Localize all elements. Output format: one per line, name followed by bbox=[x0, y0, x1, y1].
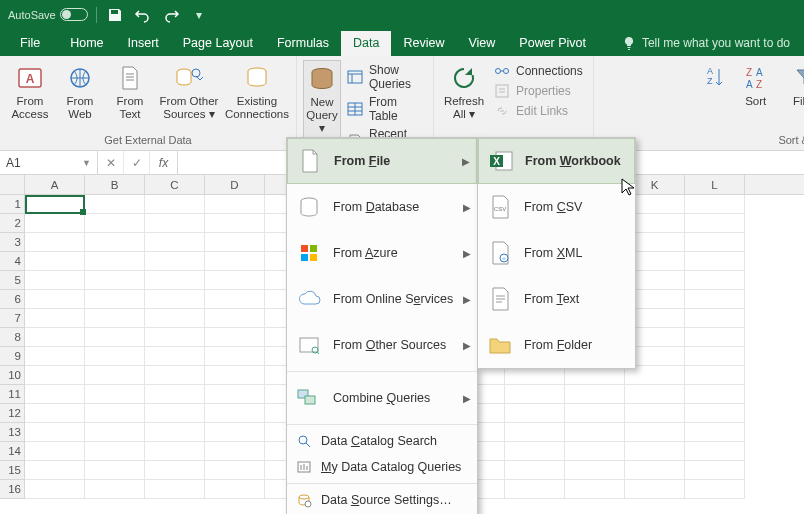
cell[interactable] bbox=[205, 271, 265, 290]
cell[interactable] bbox=[85, 195, 145, 214]
menu-from-csv[interactable]: CSVFrom CSV bbox=[478, 184, 635, 230]
col-header[interactable]: L bbox=[685, 175, 745, 194]
tab-formulas[interactable]: Formulas bbox=[265, 31, 341, 56]
cell[interactable] bbox=[85, 423, 145, 442]
cell[interactable] bbox=[25, 271, 85, 290]
cell[interactable] bbox=[145, 214, 205, 233]
tab-insert[interactable]: Insert bbox=[116, 31, 171, 56]
cell[interactable] bbox=[205, 423, 265, 442]
cell[interactable] bbox=[565, 385, 625, 404]
cell[interactable] bbox=[205, 214, 265, 233]
cell[interactable] bbox=[145, 233, 205, 252]
filter-button[interactable]: Filter bbox=[782, 60, 804, 134]
cell[interactable] bbox=[25, 347, 85, 366]
cell[interactable] bbox=[85, 328, 145, 347]
cell[interactable] bbox=[145, 195, 205, 214]
cell[interactable] bbox=[145, 290, 205, 309]
cell[interactable] bbox=[205, 309, 265, 328]
select-all-triangle[interactable] bbox=[0, 175, 25, 194]
cell[interactable] bbox=[685, 442, 745, 461]
cell[interactable] bbox=[205, 461, 265, 480]
cell[interactable] bbox=[85, 252, 145, 271]
cell[interactable] bbox=[145, 328, 205, 347]
redo-icon[interactable] bbox=[161, 5, 181, 25]
sort-button[interactable]: ZAAZSort bbox=[732, 60, 780, 134]
menu-from-online[interactable]: From Online Services▶ bbox=[287, 276, 477, 322]
cell[interactable] bbox=[625, 423, 685, 442]
cell[interactable] bbox=[85, 233, 145, 252]
cell[interactable] bbox=[565, 442, 625, 461]
cell[interactable] bbox=[205, 252, 265, 271]
tell-me-search[interactable]: Tell me what you want to do bbox=[610, 31, 798, 56]
menu-from-folder[interactable]: From Folder bbox=[478, 322, 635, 368]
cell[interactable] bbox=[145, 366, 205, 385]
cell[interactable] bbox=[85, 480, 145, 499]
cell[interactable] bbox=[685, 214, 745, 233]
row-header[interactable]: 4 bbox=[0, 252, 25, 271]
cell[interactable] bbox=[565, 480, 625, 499]
from-table-button[interactable]: From Table bbox=[343, 94, 427, 124]
cell[interactable] bbox=[205, 233, 265, 252]
row-header[interactable]: 1 bbox=[0, 195, 25, 214]
undo-icon[interactable] bbox=[133, 5, 153, 25]
cell[interactable] bbox=[145, 423, 205, 442]
cell[interactable] bbox=[85, 385, 145, 404]
cell[interactable] bbox=[145, 461, 205, 480]
row-header[interactable]: 6 bbox=[0, 290, 25, 309]
cell[interactable] bbox=[625, 461, 685, 480]
cell[interactable] bbox=[505, 442, 565, 461]
cell[interactable] bbox=[25, 366, 85, 385]
from-text-button[interactable]: From Text bbox=[106, 60, 154, 134]
menu-from-xml[interactable]: ‹›From XML bbox=[478, 230, 635, 276]
cell[interactable] bbox=[25, 385, 85, 404]
row-header[interactable]: 14 bbox=[0, 442, 25, 461]
menu-from-azure[interactable]: From Azure▶ bbox=[287, 230, 477, 276]
menu-from-workbook[interactable]: XFrom Workbook bbox=[478, 138, 635, 184]
from-web-button[interactable]: From Web bbox=[56, 60, 104, 134]
cell[interactable] bbox=[25, 461, 85, 480]
row-header[interactable]: 3 bbox=[0, 233, 25, 252]
menu-combine-queries[interactable]: Combine Queries▶ bbox=[287, 375, 477, 421]
cell[interactable] bbox=[85, 366, 145, 385]
tab-home[interactable]: Home bbox=[58, 31, 115, 56]
cell[interactable] bbox=[85, 290, 145, 309]
cell[interactable] bbox=[685, 290, 745, 309]
cell[interactable] bbox=[25, 442, 85, 461]
tab-powerpivot[interactable]: Power Pivot bbox=[507, 31, 598, 56]
cell[interactable] bbox=[85, 214, 145, 233]
cell[interactable] bbox=[205, 195, 265, 214]
cell[interactable] bbox=[625, 404, 685, 423]
row-header[interactable]: 16 bbox=[0, 480, 25, 499]
cell[interactable] bbox=[565, 461, 625, 480]
cell[interactable] bbox=[145, 442, 205, 461]
menu-my-catalog[interactable]: My Data Catalog Queries bbox=[287, 454, 477, 480]
col-header[interactable]: B bbox=[85, 175, 145, 194]
from-access-button[interactable]: AFrom Access bbox=[6, 60, 54, 134]
save-icon[interactable] bbox=[105, 5, 125, 25]
cell[interactable] bbox=[685, 423, 745, 442]
cell[interactable] bbox=[25, 404, 85, 423]
cell[interactable] bbox=[685, 404, 745, 423]
cell[interactable] bbox=[505, 385, 565, 404]
name-box[interactable]: A1▼ bbox=[0, 151, 98, 174]
menu-source-settings[interactable]: Data Source Settings… bbox=[287, 487, 477, 513]
cell[interactable] bbox=[85, 442, 145, 461]
row-header[interactable]: 13 bbox=[0, 423, 25, 442]
menu-from-other[interactable]: From Other Sources▶ bbox=[287, 322, 477, 368]
cell[interactable] bbox=[205, 385, 265, 404]
cell[interactable] bbox=[25, 480, 85, 499]
cell[interactable] bbox=[85, 461, 145, 480]
cell[interactable] bbox=[85, 347, 145, 366]
cell[interactable] bbox=[685, 233, 745, 252]
cell[interactable] bbox=[685, 328, 745, 347]
cell[interactable] bbox=[565, 404, 625, 423]
tab-pagelayout[interactable]: Page Layout bbox=[171, 31, 265, 56]
row-header[interactable]: 10 bbox=[0, 366, 25, 385]
cell[interactable] bbox=[145, 480, 205, 499]
menu-catalog-search[interactable]: Data Catalog Search bbox=[287, 428, 477, 454]
cell[interactable] bbox=[505, 423, 565, 442]
sort-az-button[interactable]: AZ bbox=[700, 60, 730, 134]
cell[interactable] bbox=[505, 480, 565, 499]
cell[interactable] bbox=[145, 385, 205, 404]
row-header[interactable]: 9 bbox=[0, 347, 25, 366]
